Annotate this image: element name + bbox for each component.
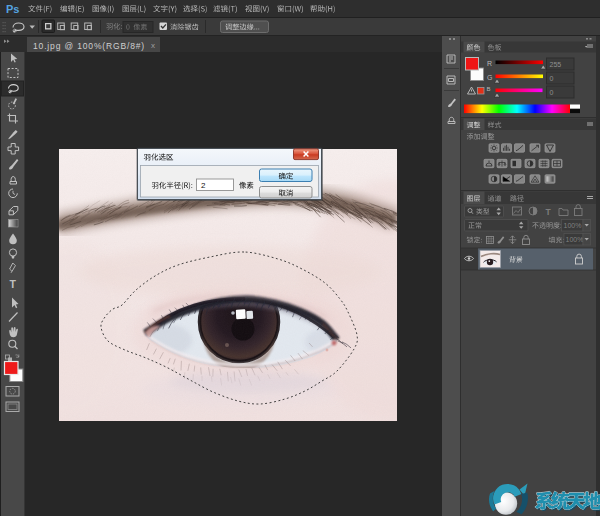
svg-text:Ps: Ps [6, 3, 19, 15]
svg-text:2: 2 [201, 181, 206, 190]
svg-text:G: G [487, 74, 492, 81]
svg-text:100%: 100% [564, 222, 582, 229]
svg-text:0: 0 [550, 75, 554, 82]
svg-text:100%: 100% [566, 236, 584, 243]
svg-text:10.jpg @ 100%(RGB/8#): 10.jpg @ 100%(RGB/8#) [33, 41, 145, 51]
svg-text:B: B [487, 86, 491, 92]
svg-text:R: R [487, 60, 492, 67]
svg-text:255: 255 [550, 61, 562, 68]
svg-text:T: T [546, 207, 552, 217]
svg-text:0: 0 [550, 89, 554, 96]
svg-text:T: T [10, 278, 17, 290]
svg-text:x: x [151, 41, 155, 50]
